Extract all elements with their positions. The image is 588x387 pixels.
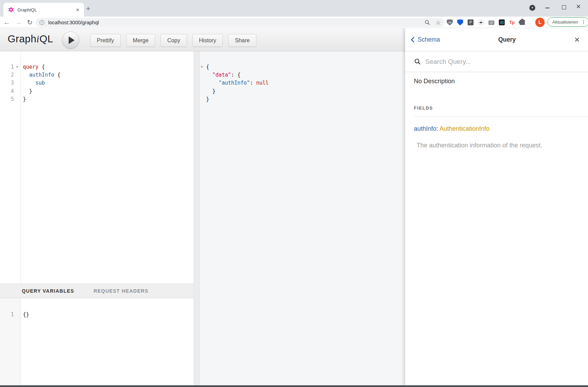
window-close-button[interactable]: ×	[576, 3, 581, 10]
browser-tab[interactable]: GraphiQL ×	[3, 3, 84, 17]
line-number: 4	[0, 88, 14, 94]
extension-icons: UO P Tp	[447, 17, 525, 28]
line-number: 2	[0, 72, 14, 78]
p-extension-icon[interactable]: P	[468, 19, 474, 25]
ublock-extension-icon[interactable]: UO	[447, 19, 453, 26]
graphql-favicon-icon	[8, 7, 14, 12]
doc-search-row	[405, 51, 588, 72]
copy-button[interactable]: Copy	[161, 34, 187, 47]
update-button-label: Aktualisieren	[552, 19, 578, 25]
extensions-puzzle-icon[interactable]	[520, 20, 525, 25]
tab-close-icon[interactable]: ×	[75, 7, 80, 13]
forward-icon: →	[15, 19, 22, 26]
tp-extension-icon[interactable]: Tp	[509, 20, 514, 25]
new-tab-button[interactable]: +	[86, 5, 90, 12]
tab-query-variables[interactable]: QUERY VARIABLES	[22, 288, 74, 294]
browser-tab-bar: GraphiQL × + ▾ ×	[0, 0, 588, 17]
url-text[interactable]: localhost:3000/graphql	[48, 20, 425, 25]
browser-menu-icon[interactable]: ⋮	[581, 19, 586, 25]
code-line: 1 {}	[0, 310, 194, 318]
bookmark-star-icon[interactable]: ☆	[436, 20, 441, 26]
line-number: 1	[0, 311, 14, 318]
code-text: }	[205, 96, 209, 102]
code-line: "data": {	[200, 71, 405, 79]
history-button[interactable]: History	[193, 34, 223, 47]
window-maximize-button[interactable]	[562, 5, 566, 9]
move-extension-icon[interactable]	[478, 19, 484, 25]
doc-title: Query	[405, 28, 588, 51]
doc-fields-header: FIELDS	[414, 105, 588, 117]
pane-resize-handle[interactable]	[194, 51, 200, 386]
chrome-update-button[interactable]: Aktualisieren ⋮	[547, 17, 588, 27]
secondary-editor-tabs: QUERY VARIABLES REQUEST HEADERS	[0, 284, 194, 298]
code-line: ▾ {	[200, 63, 405, 71]
fold-arrow-icon[interactable]: ▾	[200, 64, 205, 69]
chrome-update-icon[interactable]: ▾	[529, 5, 535, 11]
code-text: "authInfo": null	[205, 80, 269, 86]
fold-arrow-icon[interactable]: ▾	[14, 64, 20, 69]
graphiql-logo: GraphiQL	[8, 33, 53, 45]
nav-buttons: ← → ↻	[3, 17, 33, 28]
doc-close-icon[interactable]: ×	[574, 35, 580, 44]
address-bar[interactable]: i localhost:3000/graphql ☆	[36, 18, 444, 27]
code-line: 2 authInfo {	[0, 71, 194, 79]
react-devtools-icon[interactable]	[499, 19, 505, 25]
code-line: }	[200, 87, 405, 95]
query-editor[interactable]: 1 ▾ query { 2 authInfo { 3 sub 4 } 5 }	[0, 63, 194, 103]
doc-explorer-panel: Schema Query × No Description FIELDS aut…	[405, 28, 588, 386]
field-description: The authentication information of the re…	[417, 142, 542, 149]
execute-query-button[interactable]	[62, 32, 79, 49]
code-text: query {	[20, 64, 45, 70]
code-line: 5 }	[0, 95, 194, 103]
code-text: {}	[20, 311, 29, 318]
code-line: 1 ▾ query {	[0, 63, 194, 71]
play-icon	[69, 36, 75, 44]
share-button[interactable]: Share	[228, 34, 256, 47]
tab-title: GraphiQL	[17, 7, 75, 12]
variables-editor[interactable]: 1 {}	[0, 310, 194, 318]
page-info-icon[interactable]: i	[40, 20, 44, 25]
prettify-button[interactable]: Prettify	[90, 34, 121, 47]
doc-no-description: No Description	[414, 78, 455, 85]
tab-request-headers[interactable]: REQUEST HEADERS	[94, 288, 148, 294]
field-type-link[interactable]: AuthenticationInfo	[440, 125, 489, 132]
code-text: {	[205, 64, 209, 70]
graphiql-toolbar-buttons: Prettify Merge Copy History Share	[90, 34, 256, 47]
code-line: 4 }	[0, 87, 194, 95]
code-line: 3 sub	[0, 79, 194, 87]
code-text: }	[20, 96, 26, 102]
window-bottom-edge	[0, 385, 588, 387]
code-line: "authInfo": null	[200, 79, 405, 87]
reload-icon[interactable]: ↻	[27, 19, 33, 26]
profile-avatar[interactable]: L	[535, 18, 545, 27]
doc-field-row: authInfo: AuthenticationInfo	[414, 125, 489, 132]
line-number: 1	[0, 64, 14, 70]
code-text: }	[205, 88, 215, 94]
bitwarden-extension-icon[interactable]	[457, 19, 463, 26]
zoom-icon[interactable]	[425, 20, 430, 25]
search-icon	[414, 58, 421, 65]
doc-explorer-header: Schema Query ×	[405, 28, 588, 51]
line-number: 5	[0, 96, 14, 102]
camera-extension-icon[interactable]	[488, 20, 494, 25]
line-number: 3	[0, 80, 14, 86]
result-viewer: ▾ { "data": { "authInfo": null } }	[200, 63, 405, 103]
window-minimize-button[interactable]	[545, 8, 549, 8]
merge-button[interactable]: Merge	[126, 34, 155, 47]
back-icon[interactable]: ←	[3, 19, 10, 26]
code-text: }	[20, 88, 32, 94]
field-name-link[interactable]: authInfo	[414, 125, 436, 132]
code-text: "data": {	[205, 72, 240, 78]
code-line: }	[200, 95, 405, 103]
code-text: sub	[20, 80, 45, 86]
code-text: authInfo {	[20, 72, 60, 78]
doc-search-input[interactable]	[425, 58, 557, 66]
